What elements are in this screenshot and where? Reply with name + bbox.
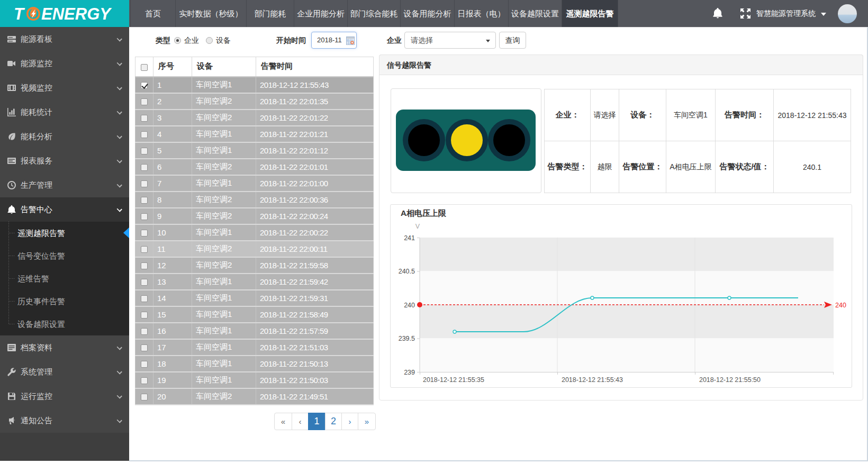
svg-text:240: 240 [835,302,846,309]
svg-text:2018-12-12 21:55:35: 2018-12-12 21:55:35 [423,376,484,384]
svg-text:2018-12-12 21:55:43: 2018-12-12 21:55:43 [562,376,623,384]
svg-text:2018-12-12 21:55:50: 2018-12-12 21:55:50 [699,376,761,384]
svg-text:ENERGY: ENERGY [41,5,112,23]
svg-text:239: 239 [404,369,415,376]
svg-text:V: V [415,223,420,230]
svg-text:239.5: 239.5 [399,335,415,342]
svg-text:240: 240 [404,302,415,309]
svg-text:241: 241 [404,234,415,242]
svg-text:T: T [14,5,25,23]
svg-text:240.5: 240.5 [399,268,415,275]
